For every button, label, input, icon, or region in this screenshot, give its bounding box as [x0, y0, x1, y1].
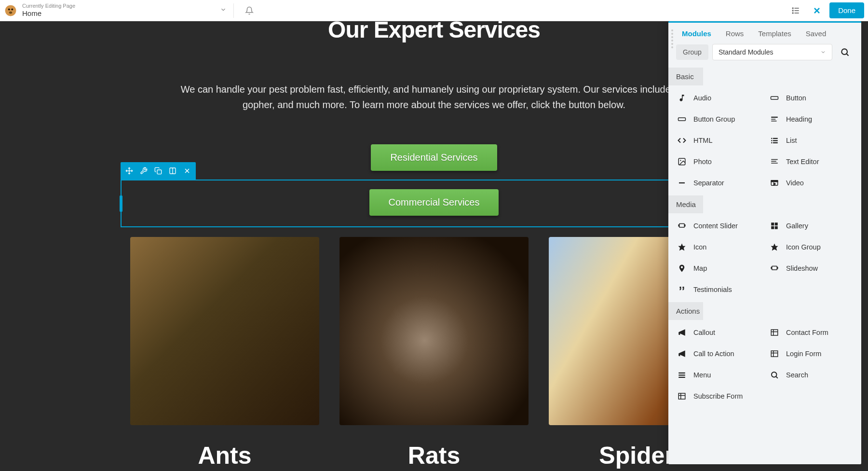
module-heading[interactable]: Heading — [765, 109, 857, 130]
module-toolbar — [121, 162, 196, 180]
module-subscribe-form[interactable]: Subscribe Form — [672, 386, 765, 407]
subscribe-form-icon — [677, 391, 687, 401]
svg-rect-50 — [772, 266, 777, 270]
call-to-action-icon — [677, 349, 687, 359]
module-search[interactable]: Search — [765, 364, 857, 386]
select-value: Standard Modules — [719, 48, 773, 56]
module-call-to-action[interactable]: Call to Action — [672, 343, 765, 364]
panel-drag-handle[interactable] — [670, 26, 674, 461]
module-button-group[interactable]: Button Group — [672, 109, 765, 130]
svg-rect-47 — [775, 226, 778, 229]
svg-point-62 — [772, 372, 777, 377]
menu-icon — [677, 370, 687, 380]
module-callout[interactable]: Callout — [672, 322, 765, 343]
svg-rect-34 — [771, 159, 778, 160]
module-html[interactable]: HTML — [672, 130, 765, 151]
svg-rect-56 — [771, 351, 778, 357]
module-icon-group[interactable]: Icon Group — [765, 236, 857, 258]
module-group-select[interactable]: Standard Modules — [712, 44, 832, 60]
column-icon[interactable] — [166, 164, 179, 178]
separator-icon — [677, 178, 687, 188]
ants-image — [130, 237, 319, 425]
module-video[interactable]: Video — [765, 172, 857, 194]
commercial-services-button[interactable]: Commercial Services — [369, 189, 499, 216]
settings-icon[interactable] — [137, 164, 150, 178]
module-photo[interactable]: Photo — [672, 151, 765, 172]
remove-icon[interactable] — [180, 164, 194, 178]
svg-rect-24 — [771, 119, 775, 120]
svg-rect-39 — [771, 180, 778, 182]
module-text-editor[interactable]: Text Editor — [765, 151, 857, 172]
svg-rect-30 — [771, 142, 772, 143]
service-cards: Ants Rats Spiders — [130, 237, 738, 470]
card-title: Rats — [339, 442, 529, 470]
residential-services-button[interactable]: Residential Services — [371, 144, 497, 171]
svg-rect-44 — [771, 222, 774, 225]
list-icon — [770, 136, 779, 145]
svg-rect-26 — [771, 138, 772, 139]
divider — [233, 3, 234, 18]
svg-rect-22 — [678, 118, 686, 121]
module-login-form[interactable]: Login Form — [765, 343, 857, 364]
svg-rect-46 — [771, 226, 774, 229]
content-slider-icon — [677, 221, 687, 231]
slideshow-icon — [770, 263, 779, 273]
page-name: Home — [22, 9, 75, 18]
text-editor-icon — [770, 157, 779, 166]
module-testimonials[interactable]: Testimonials — [672, 279, 765, 300]
tab-templates[interactable]: Templates — [758, 29, 791, 38]
search-icon[interactable] — [836, 43, 854, 61]
map-icon — [677, 263, 687, 273]
svg-point-7 — [792, 8, 793, 9]
testimonials-icon — [677, 285, 687, 294]
module-icon[interactable]: Icon — [672, 236, 765, 258]
gallery-icon — [770, 221, 779, 231]
contact-form-icon — [770, 328, 779, 337]
page-dropdown-chevron[interactable] — [220, 6, 227, 15]
chevron-down-icon — [820, 49, 826, 55]
tab-saved[interactable]: Saved — [806, 29, 827, 38]
svg-rect-41 — [679, 224, 685, 228]
svg-point-8 — [792, 10, 793, 11]
duplicate-icon[interactable] — [151, 164, 165, 178]
resize-handle[interactable] — [120, 195, 122, 212]
card-rats: Rats — [339, 237, 529, 470]
module-content-slider[interactable]: Content Slider — [672, 215, 765, 236]
notifications-icon[interactable] — [241, 2, 258, 19]
button-group-icon — [677, 114, 687, 124]
module-audio[interactable]: Audio — [672, 87, 765, 109]
filter-row: Group Standard Modules — [668, 43, 861, 68]
module-list[interactable]: List — [765, 130, 857, 151]
svg-rect-53 — [771, 330, 778, 335]
module-slideshow[interactable]: Slideshow — [765, 258, 857, 279]
selected-module-row[interactable]: Commercial Services — [121, 180, 747, 227]
close-panel-icon[interactable] — [808, 2, 826, 19]
svg-rect-52 — [777, 267, 778, 269]
svg-rect-59 — [678, 373, 685, 374]
svg-rect-36 — [771, 163, 778, 164]
svg-marker-49 — [771, 244, 778, 251]
module-list-scroll[interactable]: Basic Audio Button Button Group Heading … — [668, 68, 861, 464]
module-menu[interactable]: Menu — [672, 364, 765, 386]
tab-modules[interactable]: Modules — [682, 29, 711, 38]
callout-icon — [677, 328, 687, 337]
module-map[interactable]: Map — [672, 258, 765, 279]
button-icon — [770, 93, 779, 103]
svg-rect-25 — [771, 121, 776, 122]
section-media: Media — [668, 195, 861, 213]
module-contact-form[interactable]: Contact Form — [765, 322, 857, 343]
app-logo — [4, 4, 17, 17]
module-gallery[interactable]: Gallery — [765, 215, 857, 236]
icon-icon — [677, 242, 687, 252]
html-icon — [677, 136, 687, 145]
outline-icon[interactable] — [787, 2, 804, 19]
svg-rect-45 — [775, 222, 778, 225]
done-button[interactable]: Done — [829, 2, 864, 18]
module-separator[interactable]: Separator — [672, 172, 765, 194]
module-button[interactable]: Button — [765, 87, 857, 109]
svg-point-1 — [8, 8, 10, 10]
page-selector[interactable]: Currently Editing Page Home — [22, 3, 75, 18]
tab-rows[interactable]: Rows — [726, 29, 744, 38]
move-icon[interactable] — [122, 164, 136, 178]
group-toggle[interactable]: Group — [676, 44, 708, 60]
